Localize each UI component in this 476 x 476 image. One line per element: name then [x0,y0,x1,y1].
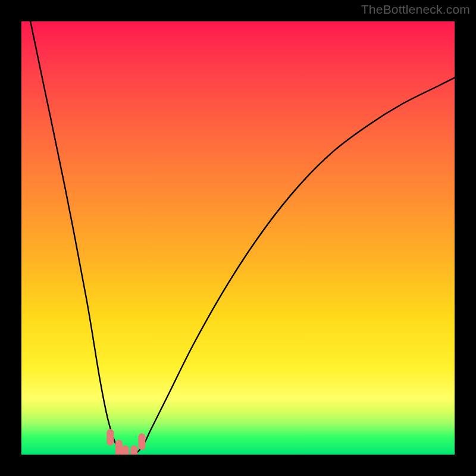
valley-marker-dot [122,446,129,455]
valley-marker-dot [130,446,137,455]
bottleneck-chart [21,21,455,455]
valley-marker-dot [138,433,145,450]
bottleneck-curve-path [21,21,455,455]
valley-marker-dot [115,440,123,455]
watermark-text: TheBottleneck.com [361,2,470,17]
valley-marker-dot [107,429,114,446]
plot-frame [21,21,455,455]
